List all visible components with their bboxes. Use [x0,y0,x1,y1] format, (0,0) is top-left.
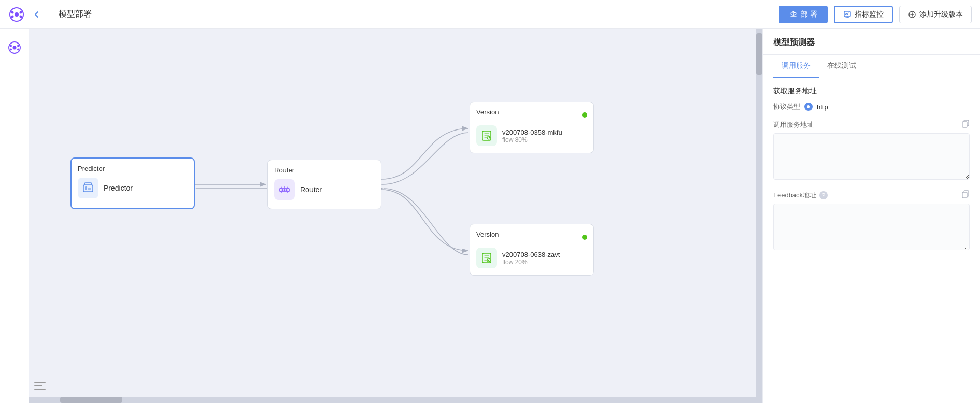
feedback-label: Feedback地址 [773,191,816,200]
tab-call-service[interactable]: 调用服务 [773,55,819,78]
sidebar-icon-main[interactable] [4,37,25,58]
version-top-title: Version [476,108,499,116]
svg-rect-21 [88,188,91,190]
svg-point-1 [15,12,19,17]
version-bottom-name: v200708-0638-zavt [502,251,560,258]
version-bottom-status-dot [582,235,587,240]
radio-inner [807,105,810,108]
svg-point-27 [487,136,490,139]
predictor-node[interactable]: Predictor Predictor [70,157,195,209]
svg-rect-20 [85,186,87,190]
flow-container: Predictor Predictor Router [29,29,756,397]
sidebar [0,29,29,403]
scroll-bottom[interactable] [29,397,762,403]
protocol-label: 协议类型 [773,102,800,111]
predictor-node-title: Predictor [78,165,188,172]
canvas-bottom-icon [34,382,46,393]
version-top-status-dot [582,112,587,118]
service-section-title: 获取服务地址 [773,87,970,96]
svg-point-24 [284,189,286,191]
svg-point-13 [10,49,12,51]
canvas-area[interactable]: Predictor Predictor Router [29,29,762,403]
version-bottom-icon-box [476,248,497,268]
protocol-row: 协议类型 http [773,102,970,111]
predictor-node-content: Predictor [78,178,188,198]
help-icon: ? [819,191,828,199]
svg-point-3 [20,11,22,13]
scroll-thumb-right[interactable] [756,33,762,75]
version-top-info: v200708-0358-mkfu flow 80% [502,128,562,143]
svg-point-29 [487,258,490,262]
version-bottom-flow: flow 20% [502,258,560,266]
right-panel: 模型预测器 调用服务 在线测试 获取服务地址 协议类型 http 调用服务地址 [762,29,980,403]
svg-point-11 [10,45,12,47]
version-bottom-title: Version [476,231,499,238]
svg-point-14 [17,49,19,51]
feedback-textarea[interactable] [773,204,970,250]
page-title: 模型部署 [59,9,92,20]
header: 模型部署 部 署 指标监控 添加升级版本 [0,0,980,29]
version-bottom-header: Version [476,231,587,243]
header-divider [50,9,50,20]
call-address-copy-icon[interactable] [961,120,970,130]
router-icon-box [274,179,295,200]
router-node-content: Router [274,179,375,200]
router-node-label: Router [300,185,322,194]
scroll-right[interactable] [756,29,762,403]
protocol-value: http [817,103,828,111]
main-layout: Predictor Predictor Router [0,29,980,403]
call-address-label: 调用服务地址 [773,120,814,129]
version-bottom-info: v200708-0638-zavt flow 20% [502,251,560,266]
svg-rect-31 [34,385,42,386]
version-bottom-node[interactable]: Version v200708-0638-zavt fl [470,224,594,276]
version-top-icon-box [476,125,497,146]
svg-point-10 [12,46,16,50]
monitor-button[interactable]: 指标监控 [834,6,893,23]
right-panel-title: 模型预测器 [763,29,980,55]
version-top-flow: flow 80% [502,136,562,143]
version-bottom-content: v200708-0638-zavt flow 20% [476,248,587,268]
svg-point-25 [286,189,288,191]
app-logo [8,6,25,23]
header-actions: 部 署 指标监控 添加升级版本 [779,6,972,23]
svg-rect-34 [962,122,967,127]
version-top-name: v200708-0358-mkfu [502,128,562,136]
deploy-button[interactable]: 部 署 [779,6,828,23]
svg-point-4 [11,15,14,18]
add-version-button[interactable]: 添加升级版本 [899,6,972,23]
service-section: 获取服务地址 协议类型 http 调用服务地址 Feedback地址 ? [763,78,980,261]
call-address-textarea[interactable] [773,133,970,180]
predictor-icon-box [78,178,98,198]
feedback-copy-icon[interactable] [961,190,970,200]
svg-point-23 [282,189,283,191]
svg-point-5 [20,15,22,18]
back-button[interactable] [31,9,41,20]
svg-rect-30 [34,382,46,383]
svg-point-2 [11,11,14,13]
version-top-header: Version [476,108,587,121]
router-node-title: Router [274,166,375,174]
protocol-radio[interactable] [804,103,813,111]
scroll-thumb-bottom[interactable] [60,397,122,403]
router-node[interactable]: Router Router [267,160,381,209]
flow-arrows [29,29,756,397]
predictor-node-label: Predictor [104,184,133,192]
call-address-label-row: 调用服务地址 [773,120,970,130]
svg-point-12 [17,45,19,47]
version-top-content: v200708-0358-mkfu flow 80% [476,125,587,146]
svg-rect-36 [962,192,967,198]
version-top-node[interactable]: Version v200708-0358-mkfu fl [470,102,594,153]
svg-rect-32 [34,389,46,390]
feedback-label-row: Feedback地址 ? [773,190,970,200]
tab-online-test[interactable]: 在线测试 [819,55,864,78]
right-panel-tabs: 调用服务 在线测试 [763,55,980,78]
